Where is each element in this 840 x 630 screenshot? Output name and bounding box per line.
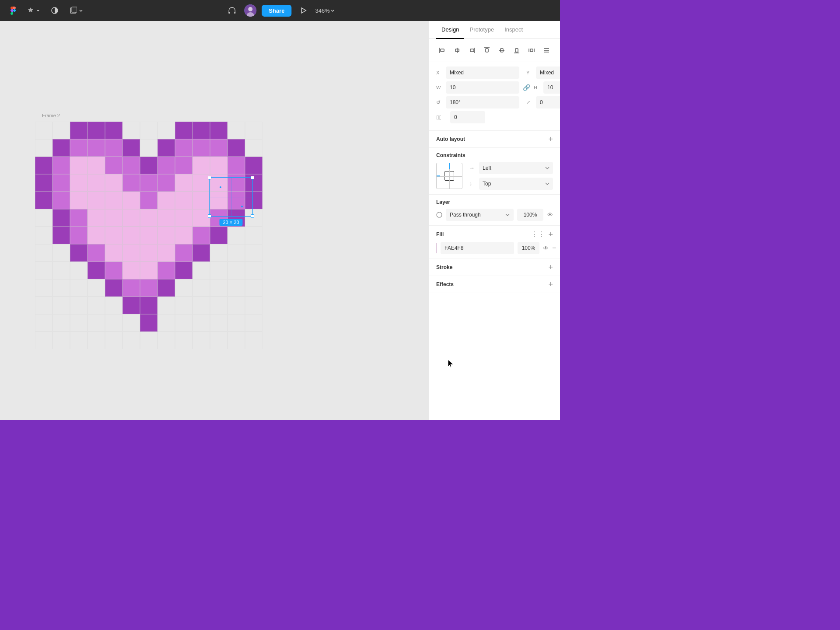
pixel-cell — [105, 192, 122, 209]
constraints-content: + ↔ Left ↕ Top — [436, 162, 553, 190]
pixel-cell — [88, 139, 105, 157]
tab-prototype[interactable]: Prototype — [464, 21, 499, 39]
tab-inspect[interactable]: Inspect — [499, 21, 528, 39]
visibility-icon[interactable]: 👁 — [547, 211, 553, 218]
pixel-cell — [228, 297, 245, 314]
add-effects-btn[interactable]: + — [548, 280, 553, 288]
pixel-cell — [245, 157, 262, 174]
pixel-cell — [158, 139, 175, 157]
pixel-cell — [52, 279, 70, 297]
svg-rect-14 — [470, 49, 474, 52]
align-center-v-btn[interactable] — [496, 44, 508, 56]
fill-header: Fill ⋮⋮ + — [436, 230, 553, 238]
play-btn[interactable] — [297, 5, 310, 16]
fill-label: Fill — [436, 231, 444, 238]
svg-rect-20 — [515, 49, 518, 52]
fill-options-btn[interactable]: ⋮⋮ — [531, 230, 545, 238]
clip-input[interactable] — [450, 111, 485, 123]
svg-point-6 — [248, 7, 252, 11]
pixel-cell — [158, 314, 175, 332]
remove-fill-btn[interactable]: − — [552, 245, 556, 252]
pixel-cell — [140, 227, 158, 244]
pixel-cell — [158, 192, 175, 209]
align-left-btn[interactable] — [436, 44, 448, 56]
pixel-cell — [70, 209, 88, 227]
vertical-constraint-dropdown[interactable]: Top — [479, 178, 553, 190]
pixel-cell — [52, 262, 70, 279]
pixel-cell — [158, 244, 175, 262]
more-align-btn[interactable] — [540, 44, 553, 56]
figma-logo[interactable] — [7, 4, 19, 17]
h-label: H — [534, 85, 540, 90]
y-input[interactable] — [536, 66, 560, 79]
pixel-cell — [245, 227, 262, 244]
pixel-cell — [35, 157, 52, 174]
h-input[interactable] — [543, 81, 560, 94]
pixel-cell — [70, 174, 88, 192]
align-bottom-btn[interactable] — [511, 44, 523, 56]
pixel-cell — [122, 332, 140, 349]
link-icon[interactable]: 🔗 — [523, 84, 530, 91]
pixel-cell — [88, 262, 105, 279]
pixel-cell — [122, 279, 140, 297]
share-button[interactable]: Share — [262, 5, 291, 17]
opacity-input[interactable] — [517, 209, 543, 221]
pixel-cell — [140, 279, 158, 297]
align-center-h-btn[interactable] — [451, 44, 463, 56]
horizontal-constraint-dropdown[interactable]: Left — [479, 162, 553, 174]
pixel-cell — [158, 279, 175, 297]
blend-mode-dropdown[interactable]: Pass through — [446, 209, 514, 221]
add-fill-btn[interactable]: + — [548, 231, 553, 238]
constraints-section: Constraints + ↔ Left — [429, 148, 560, 195]
audio-btn[interactable] — [225, 4, 239, 17]
pixel-cell — [140, 192, 158, 209]
pixel-cell — [122, 122, 140, 139]
canvas-area[interactable]: Frame 2 20 × 20 — [0, 21, 429, 420]
tools-btn[interactable] — [24, 5, 43, 16]
fill-visibility-icon[interactable]: 👁 — [543, 245, 549, 252]
pixel-cell — [70, 262, 88, 279]
effects-section: Effects + — [429, 276, 560, 293]
pixel-cell — [35, 227, 52, 244]
pixel-cell — [158, 174, 175, 192]
zoom-control[interactable]: 346% — [315, 7, 335, 14]
distribute-h-btn[interactable] — [525, 44, 538, 56]
fill-opacity-input[interactable] — [518, 242, 539, 254]
pixel-cell — [35, 279, 52, 297]
user-avatar[interactable] — [244, 4, 256, 17]
pixel-cell — [52, 157, 70, 174]
x-input[interactable] — [446, 66, 519, 79]
pixel-cell — [35, 122, 52, 139]
pages-btn[interactable] — [66, 5, 86, 16]
pixel-cell — [52, 227, 70, 244]
pixel-cell — [175, 139, 192, 157]
add-stroke-btn[interactable]: + — [548, 263, 553, 271]
pixel-cell — [192, 262, 210, 279]
pixel-cell — [105, 262, 122, 279]
blend-mode-value: Pass through — [450, 212, 481, 218]
y-label: Y — [526, 70, 532, 75]
pixel-cell — [140, 332, 158, 349]
theme-btn[interactable] — [48, 5, 61, 16]
alignment-row — [429, 39, 560, 62]
add-auto-layout-btn[interactable]: + — [548, 135, 553, 143]
pixel-cell — [228, 209, 245, 227]
right-panel: Design Prototype Inspect — [429, 21, 560, 420]
pixel-cell — [70, 244, 88, 262]
pixel-cell — [192, 314, 210, 332]
align-top-btn[interactable] — [481, 44, 493, 56]
radius-input[interactable] — [536, 96, 560, 108]
rotation-input[interactable] — [446, 96, 519, 108]
tab-design[interactable]: Design — [436, 21, 464, 39]
horizontal-icon: ↔ — [469, 165, 476, 171]
pixel-cell — [35, 139, 52, 157]
w-input[interactable] — [446, 81, 519, 94]
pixel-cell — [228, 314, 245, 332]
pixel-cell — [158, 332, 175, 349]
fill-color-swatch[interactable] — [436, 243, 437, 253]
pixel-cell — [192, 297, 210, 314]
align-right-btn[interactable] — [466, 44, 478, 56]
fill-hex-input[interactable] — [441, 242, 514, 254]
pixel-cell — [105, 174, 122, 192]
pixel-cell — [35, 314, 52, 332]
